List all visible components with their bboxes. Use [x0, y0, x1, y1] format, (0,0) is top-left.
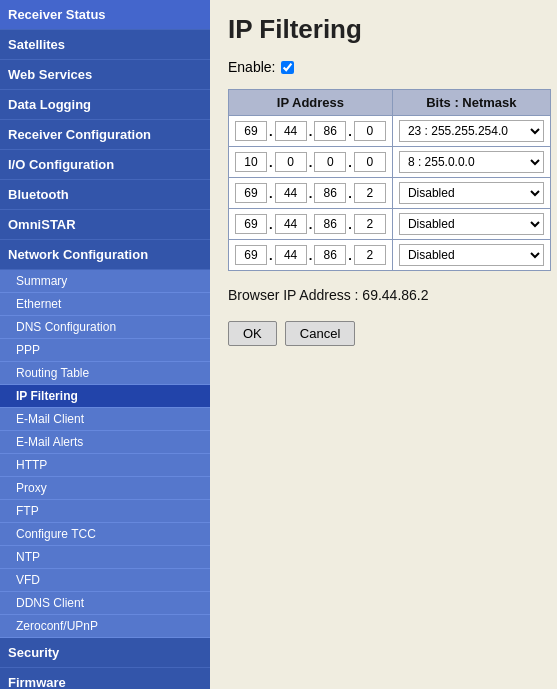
- sidebar-item-proxy[interactable]: Proxy: [0, 477, 210, 500]
- netmask-cell-1: Disabled8 : 255.0.0.016 : 255.255.0.023 …: [392, 147, 550, 178]
- sidebar-item-satellites[interactable]: Satellites: [0, 30, 210, 60]
- table-row: ...Disabled8 : 255.0.0.016 : 255.255.0.0…: [229, 147, 551, 178]
- sidebar-item-receiver-status[interactable]: Receiver Status: [0, 0, 210, 30]
- sidebar-item-zeroconf/upnp[interactable]: Zeroconf/UPnP: [0, 615, 210, 638]
- ip-dot: .: [269, 248, 273, 263]
- ip-octet-2-3[interactable]: [354, 183, 386, 203]
- cancel-button[interactable]: Cancel: [285, 321, 355, 346]
- ip-octet-0-3[interactable]: [354, 121, 386, 141]
- ip-cell-1: ...: [229, 147, 393, 178]
- ip-octet-2-2[interactable]: [314, 183, 346, 203]
- ip-octet-4-1[interactable]: [275, 245, 307, 265]
- netmask-select-4[interactable]: Disabled8 : 255.0.0.016 : 255.255.0.023 …: [399, 244, 544, 266]
- ok-button[interactable]: OK: [228, 321, 277, 346]
- sidebar-item-ftp[interactable]: FTP: [0, 500, 210, 523]
- netmask-cell-2: Disabled8 : 255.0.0.016 : 255.255.0.023 …: [392, 178, 550, 209]
- ip-dot: .: [348, 124, 352, 139]
- ip-octet-2-0[interactable]: [235, 183, 267, 203]
- sidebar-item-http[interactable]: HTTP: [0, 454, 210, 477]
- table-row: ...Disabled8 : 255.0.0.016 : 255.255.0.0…: [229, 240, 551, 271]
- ip-dot: .: [269, 186, 273, 201]
- ip-dot: .: [269, 155, 273, 170]
- ip-filter-table: IP Address Bits : Netmask ...Disabled8 :…: [228, 89, 551, 271]
- ip-octet-3-0[interactable]: [235, 214, 267, 234]
- sidebar-item-ethernet[interactable]: Ethernet: [0, 293, 210, 316]
- ip-octet-3-3[interactable]: [354, 214, 386, 234]
- col-ip-address: IP Address: [229, 90, 393, 116]
- sidebar: Receiver StatusSatellitesWeb ServicesDat…: [0, 0, 210, 689]
- sidebar-item-routing-table[interactable]: Routing Table: [0, 362, 210, 385]
- sidebar-item-i/o-configuration[interactable]: I/O Configuration: [0, 150, 210, 180]
- ip-dot: .: [348, 186, 352, 201]
- enable-row: Enable:: [228, 59, 539, 75]
- sidebar-item-security[interactable]: Security: [0, 638, 210, 668]
- sidebar-item-network-configuration[interactable]: Network Configuration: [0, 240, 210, 270]
- ip-octet-2-1[interactable]: [275, 183, 307, 203]
- netmask-cell-4: Disabled8 : 255.0.0.016 : 255.255.0.023 …: [392, 240, 550, 271]
- enable-checkbox[interactable]: [281, 61, 294, 74]
- sidebar-item-ntp[interactable]: NTP: [0, 546, 210, 569]
- sidebar-item-vfd[interactable]: VFD: [0, 569, 210, 592]
- sidebar-item-ip-filtering[interactable]: IP Filtering: [0, 385, 210, 408]
- page-title: IP Filtering: [228, 14, 539, 45]
- ip-dot: .: [309, 124, 313, 139]
- table-row: ...Disabled8 : 255.0.0.016 : 255.255.0.0…: [229, 209, 551, 240]
- ip-octet-1-3[interactable]: [354, 152, 386, 172]
- ip-octet-4-2[interactable]: [314, 245, 346, 265]
- sidebar-item-configure-tcc[interactable]: Configure TCC: [0, 523, 210, 546]
- sidebar-item-dns-configuration[interactable]: DNS Configuration: [0, 316, 210, 339]
- netmask-select-0[interactable]: Disabled8 : 255.0.0.016 : 255.255.0.023 …: [399, 120, 544, 142]
- sidebar-item-firmware[interactable]: Firmware: [0, 668, 210, 689]
- sidebar-item-ddns-client[interactable]: DDNS Client: [0, 592, 210, 615]
- button-row: OK Cancel: [228, 321, 539, 346]
- ip-dot: .: [309, 155, 313, 170]
- ip-octet-1-1[interactable]: [275, 152, 307, 172]
- ip-dot: .: [269, 124, 273, 139]
- sidebar-item-summary[interactable]: Summary: [0, 270, 210, 293]
- table-row: ...Disabled8 : 255.0.0.016 : 255.255.0.0…: [229, 116, 551, 147]
- ip-dot: .: [348, 217, 352, 232]
- ip-cell-0: ...: [229, 116, 393, 147]
- main-content: IP Filtering Enable: IP Address Bits : N…: [210, 0, 557, 689]
- ip-octet-3-2[interactable]: [314, 214, 346, 234]
- ip-dot: .: [348, 248, 352, 263]
- table-row: ...Disabled8 : 255.0.0.016 : 255.255.0.0…: [229, 178, 551, 209]
- sidebar-item-e-mail-alerts[interactable]: E-Mail Alerts: [0, 431, 210, 454]
- ip-dot: .: [269, 217, 273, 232]
- ip-cell-2: ...: [229, 178, 393, 209]
- sidebar-item-bluetooth[interactable]: Bluetooth: [0, 180, 210, 210]
- ip-dot: .: [309, 186, 313, 201]
- ip-dot: .: [309, 248, 313, 263]
- browser-ip-address: Browser IP Address : 69.44.86.2: [228, 287, 539, 303]
- ip-octet-0-1[interactable]: [275, 121, 307, 141]
- sidebar-item-web-services[interactable]: Web Services: [0, 60, 210, 90]
- ip-octet-3-1[interactable]: [275, 214, 307, 234]
- sidebar-item-receiver-configuration[interactable]: Receiver Configuration: [0, 120, 210, 150]
- netmask-select-1[interactable]: Disabled8 : 255.0.0.016 : 255.255.0.023 …: [399, 151, 544, 173]
- ip-octet-4-0[interactable]: [235, 245, 267, 265]
- netmask-cell-0: Disabled8 : 255.0.0.016 : 255.255.0.023 …: [392, 116, 550, 147]
- netmask-cell-3: Disabled8 : 255.0.0.016 : 255.255.0.023 …: [392, 209, 550, 240]
- enable-label: Enable:: [228, 59, 275, 75]
- ip-cell-4: ...: [229, 240, 393, 271]
- ip-octet-0-2[interactable]: [314, 121, 346, 141]
- sidebar-item-data-logging[interactable]: Data Logging: [0, 90, 210, 120]
- col-netmask: Bits : Netmask: [392, 90, 550, 116]
- ip-octet-4-3[interactable]: [354, 245, 386, 265]
- ip-octet-1-0[interactable]: [235, 152, 267, 172]
- netmask-select-3[interactable]: Disabled8 : 255.0.0.016 : 255.255.0.023 …: [399, 213, 544, 235]
- ip-dot: .: [348, 155, 352, 170]
- sidebar-item-ppp[interactable]: PPP: [0, 339, 210, 362]
- ip-octet-0-0[interactable]: [235, 121, 267, 141]
- netmask-select-2[interactable]: Disabled8 : 255.0.0.016 : 255.255.0.023 …: [399, 182, 544, 204]
- ip-octet-1-2[interactable]: [314, 152, 346, 172]
- sidebar-item-omnistar[interactable]: OmniSTAR: [0, 210, 210, 240]
- sidebar-item-e-mail-client[interactable]: E-Mail Client: [0, 408, 210, 431]
- ip-dot: .: [309, 217, 313, 232]
- ip-cell-3: ...: [229, 209, 393, 240]
